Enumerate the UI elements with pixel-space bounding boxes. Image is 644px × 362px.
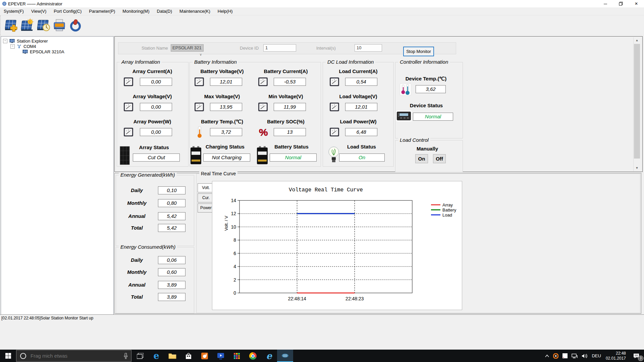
edge-button[interactable]: e	[148, 350, 164, 362]
taskbar: e e DEU 22:48 02.01.2017 3	[0, 350, 644, 362]
film-tv-button[interactable]	[213, 350, 229, 362]
battery-voltage-label: Battery Voltage(V)	[193, 68, 252, 74]
controller-information-group: Controller Information Device Temp.(℃) 3…	[395, 62, 463, 138]
solar-panel-icon	[120, 146, 130, 165]
task-view-button[interactable]	[132, 350, 148, 362]
load-current-label: Load Current(A)	[330, 68, 387, 74]
battery-status-value: Normal	[270, 154, 317, 162]
menu-system[interactable]: System(F)	[0, 7, 28, 15]
manually-label: Manually	[404, 146, 451, 152]
chrome-button[interactable]	[245, 350, 261, 362]
monitor-panel-scrollbar[interactable]: ▲ ▼	[633, 37, 640, 171]
scrollbar-thumb[interactable]	[634, 44, 640, 159]
tray-chevron-up-icon[interactable]	[543, 350, 551, 362]
film-tv-icon	[217, 352, 224, 360]
tree-item-epsolar3210a[interactable]: EPSOLAR 3210A	[22, 49, 64, 54]
interval-input[interactable]: 10	[355, 44, 382, 52]
store-button[interactable]	[180, 350, 197, 362]
station-monitor-button[interactable]	[19, 18, 35, 33]
energy-consumed-title: Energy Consumed(kWh)	[119, 244, 177, 250]
file-explorer-button[interactable]	[164, 350, 180, 362]
realtime-monitor-button[interactable]	[36, 18, 51, 33]
scroll-down-icon[interactable]: ▼	[634, 165, 640, 171]
x-tick-label: 22:48:23	[345, 296, 364, 301]
ec-monthly-value: 0,60	[158, 268, 185, 276]
y-tick-label: 14	[231, 198, 236, 203]
search-input[interactable]	[30, 353, 120, 359]
app-grid-button[interactable]	[229, 350, 245, 362]
battery-soc-label: Battery SOC(%)	[256, 119, 315, 124]
microphone-icon[interactable]	[124, 353, 128, 359]
gauge-icon	[329, 102, 340, 112]
array-voltage-label: Array Voltage(V)	[124, 94, 181, 99]
collapse-icon[interactable]: −	[3, 39, 7, 43]
load-power-value: 6,48	[345, 128, 377, 136]
menu-maintenance[interactable]: Maintenance(K)	[176, 7, 214, 15]
keyboard-language[interactable]: DEU	[590, 350, 603, 362]
windows-logo-icon	[5, 353, 11, 359]
menu-view[interactable]: View(V)	[28, 7, 50, 15]
real-time-curve-title: Real Time Curve	[199, 171, 237, 176]
network-icon[interactable]	[570, 350, 580, 362]
media-player-button[interactable]	[197, 350, 213, 362]
chart-ylabel: Volt. / V	[224, 216, 229, 231]
tree-item-station-explorer[interactable]: − Station Explorer	[3, 38, 48, 44]
menu-parameter[interactable]: Parameter(P)	[85, 7, 119, 15]
device-id-input[interactable]: 1	[263, 44, 296, 52]
gauge-icon	[329, 127, 340, 137]
task-view-icon	[137, 353, 144, 359]
solar-station-icon	[9, 39, 15, 43]
chart-title: Voltage Real Time Curve	[289, 187, 363, 193]
y-tick-label: 6	[233, 251, 236, 256]
x-tick-label: 22:48:14	[288, 296, 306, 301]
tray-app-orange-icon[interactable]	[551, 350, 560, 362]
tree-label-device[interactable]: EPSOLAR 3210A	[30, 49, 64, 54]
y-tick-label: 4	[233, 264, 236, 269]
menu-port-config[interactable]: Port Config(C)	[50, 7, 85, 15]
load-off-button[interactable]: Off	[433, 154, 446, 163]
menu-data[interactable]: Data(D)	[153, 7, 176, 15]
tree-label-port[interactable]: COM4	[23, 44, 36, 49]
taskbar-search[interactable]	[16, 350, 131, 362]
ec-daily-value: 0,06	[158, 256, 185, 264]
action-center-button[interactable]: 3	[629, 350, 644, 362]
print-icon	[52, 18, 67, 33]
app-grid-icon	[233, 353, 240, 359]
load-status-value: On	[339, 154, 385, 162]
minimize-button[interactable]	[598, 0, 613, 7]
load-voltage-value: 12,01	[345, 103, 377, 111]
stop-monitor-button[interactable]: Stop Monitor	[403, 47, 434, 56]
dual-thermometer-icon	[399, 83, 412, 96]
speaker-icon[interactable]	[580, 350, 590, 362]
menu-help[interactable]: Help(H)	[214, 7, 236, 15]
restore-button[interactable]	[613, 0, 629, 7]
collapse-icon[interactable]: −	[10, 44, 15, 49]
charging-status-label: Charging Status	[200, 144, 250, 149]
tree-label-root[interactable]: Station Explorer	[17, 39, 48, 44]
tray-app-window-icon[interactable]	[560, 350, 570, 362]
print-button[interactable]	[52, 18, 67, 33]
epever-app-button[interactable]	[277, 350, 293, 362]
add-station-icon	[4, 18, 18, 33]
tree-item-com4[interactable]: − COM4	[10, 44, 36, 49]
bulb-icon	[327, 145, 340, 165]
station-name-label: Station Name	[142, 46, 168, 51]
station-name-combobox[interactable]: EPSOLAR 321 ∨	[171, 44, 204, 52]
menu-monitoring[interactable]: Monitoring(M)	[119, 7, 153, 15]
legend-label: Load	[442, 213, 452, 218]
notification-badge: 3	[638, 356, 643, 361]
load-on-button[interactable]: On	[415, 154, 428, 163]
close-button[interactable]: ✕	[629, 0, 644, 7]
internet-explorer-button[interactable]: e	[261, 350, 277, 362]
taskbar-clock[interactable]: 22:48 02.01.2017	[603, 350, 629, 362]
array-status-value: Cut Out	[133, 154, 180, 162]
device-status-label: Device Status	[403, 103, 450, 108]
log-panel: [02.01.2017 22:48:05]Solar Station Monit…	[0, 314, 644, 350]
start-button[interactable]	[0, 350, 16, 362]
y-tick-label: 0	[233, 290, 236, 296]
exit-power-button[interactable]	[68, 18, 83, 33]
gauge-icon	[194, 76, 205, 87]
add-station-button[interactable]	[3, 18, 19, 33]
scroll-up-icon[interactable]: ▲	[634, 37, 640, 44]
percent-icon: %	[258, 127, 269, 137]
